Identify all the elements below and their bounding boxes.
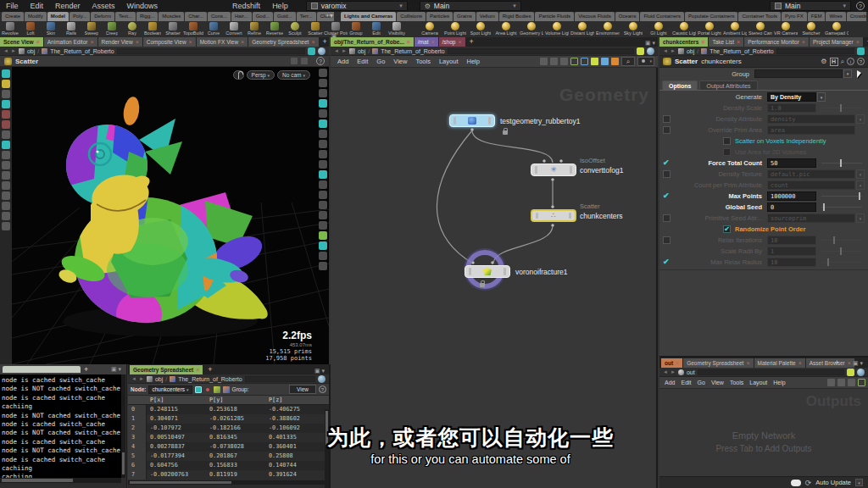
point-normals-icon[interactable] [319, 180, 327, 189]
close-icon[interactable]: × [431, 37, 434, 47]
shelf-tool[interactable]: Skin [41, 21, 61, 37]
parameter-slider[interactable] [821, 247, 862, 256]
back-icon[interactable]: ◄ [663, 48, 668, 53]
shelf-tool[interactable]: Convert [224, 21, 244, 37]
shelf-tab[interactable]: Wires [826, 12, 845, 21]
headlight-icon[interactable] [319, 109, 327, 118]
normal-light-icon[interactable] [319, 119, 327, 128]
shelf-tab[interactable]: Pyro FX [782, 12, 807, 21]
live-update-icon[interactable] [204, 386, 211, 393]
new-tab-icon[interactable]: + [466, 37, 477, 47]
points-mode-icon[interactable] [214, 386, 220, 393]
wrench-icon[interactable] [540, 58, 548, 65]
dropdown-arrow-icon[interactable]: ▾ [817, 92, 826, 102]
desktop-switcher[interactable]: varomix▾ [306, 1, 408, 11]
list-view-icon[interactable] [848, 379, 855, 386]
shelf-tab[interactable]: Rigg... [136, 12, 158, 21]
new-tab-icon[interactable]: + [84, 365, 88, 374]
new-tab-icon[interactable]: + [204, 365, 215, 374]
close-icon[interactable]: × [36, 37, 40, 47]
menu-layout[interactable]: Layout [436, 58, 462, 65]
table-row[interactable]: 4 0.00278837 -0.0738028 0.360401 [128, 442, 329, 452]
close-icon[interactable]: × [848, 358, 851, 368]
handles-display-icon[interactable] [319, 262, 327, 270]
close-icon[interactable]: × [798, 358, 802, 368]
close-icon[interactable]: × [311, 37, 314, 47]
menu-layout[interactable]: Layout [747, 380, 770, 385]
dropdown-arrow-icon[interactable]: ▾ [856, 169, 865, 179]
viewport-lock-button[interactable] [233, 70, 244, 80]
shelf-tab[interactable]: Char... [185, 12, 207, 21]
spreadsheet-vscrollbar[interactable] [325, 409, 329, 488]
snapshot-icon[interactable] [847, 369, 854, 376]
prim-numbers-icon[interactable] [319, 211, 327, 219]
shelf-tab[interactable]: God... [253, 12, 273, 21]
close-icon[interactable]: × [458, 37, 461, 47]
shelf-tool[interactable]: Loft [20, 21, 41, 37]
menu-edit[interactable]: Edit [353, 58, 371, 65]
help-icon[interactable]: ? [856, 2, 865, 10]
console-tab[interactable] [3, 366, 81, 373]
forward-icon[interactable]: ► [11, 48, 16, 53]
render-region-icon[interactable] [2, 202, 10, 210]
shelf-tab[interactable]: Model [47, 12, 69, 21]
shelf-tool[interactable]: Visibility [387, 21, 405, 37]
menu-add[interactable]: Add [662, 380, 677, 385]
console-output[interactable]: node is cached switch_cachenode is NOT c… [0, 374, 121, 478]
parameter-toggle[interactable] [663, 126, 670, 134]
shelf-tool[interactable]: Caustic Light [671, 21, 697, 37]
scale-icon[interactable] [2, 130, 10, 139]
desktop-main-switcher[interactable]: ⚙ Main▾ [420, 1, 521, 11]
shelf-tab[interactable]: Create [2, 12, 24, 21]
shelf-tab[interactable]: Grains [453, 12, 476, 21]
right-desktop-switcher[interactable]: Main▾ [770, 1, 851, 11]
path-node[interactable]: The_Return_of_Roberto [381, 48, 445, 54]
material-icon[interactable] [319, 160, 327, 169]
parameter-slider[interactable] [821, 236, 862, 245]
shelf-tab[interactable]: Particles [426, 12, 453, 21]
dropdown-arrow-icon[interactable]: ▾ [856, 114, 865, 124]
shelf-tab[interactable]: Container Tools [738, 12, 781, 21]
menu-help[interactable]: Help [771, 380, 787, 385]
parameter-toggle[interactable] [663, 115, 670, 123]
shelf-tab[interactable]: Viscous Fluids [575, 12, 615, 21]
shelf-tool[interactable]: Scatter [305, 21, 326, 37]
pane-controls[interactable]: ▣ ▾ [111, 366, 124, 373]
menu-file[interactable]: File [0, 2, 25, 10]
follow-node-icon[interactable] [195, 386, 202, 393]
forward-icon[interactable]: ► [342, 48, 347, 53]
parameter-value-field[interactable]: count [767, 180, 855, 190]
menu-redshift[interactable]: Redshift [226, 2, 266, 10]
shelf-tab[interactable]: Terr... [297, 12, 316, 21]
snapshot-icon[interactable] [637, 47, 644, 55]
pane-tab[interactable]: obj/The_Return_of_Robe...× [331, 37, 414, 47]
close-icon[interactable]: × [196, 365, 199, 374]
pane-tab[interactable]: Animation Editor× [44, 37, 97, 47]
globe-icon[interactable] [318, 375, 326, 383]
select-icon[interactable] [2, 100, 10, 108]
shelf-tab[interactable]: Crowds [847, 12, 866, 21]
back-icon[interactable]: ◄ [334, 48, 339, 53]
help-icon[interactable]: ? [316, 57, 325, 65]
multi-snap-icon[interactable] [2, 191, 10, 200]
help-icon[interactable]: ? [319, 385, 326, 393]
close-icon[interactable]: × [737, 37, 740, 47]
parameter-value-field[interactable]: area [767, 125, 855, 135]
display-mode-icon[interactable] [858, 379, 865, 386]
pin-icon[interactable] [857, 47, 865, 55]
forward-icon[interactable]: ► [670, 369, 676, 374]
chevron-down-icon[interactable]: ▾ [855, 479, 863, 486]
user-menu-icon[interactable] [637, 57, 654, 66]
pane-controls[interactable]: ▣ ▾ [853, 360, 865, 367]
pose-icon[interactable] [2, 141, 10, 149]
parameter-toggle[interactable] [663, 214, 670, 222]
group-input[interactable] [754, 69, 843, 78]
parameter-toggle[interactable] [663, 159, 670, 167]
houdini-badge-icon[interactable]: H [830, 58, 838, 66]
rotate-icon[interactable] [2, 120, 10, 129]
column-header[interactable]: P[z] [265, 396, 325, 404]
reflections-icon[interactable] [319, 150, 327, 158]
shelf-tab[interactable]: Fluid Containers [640, 12, 684, 21]
parameter-toggle[interactable] [663, 192, 670, 200]
parameter-value-field[interactable]: 1.0 [767, 103, 816, 113]
